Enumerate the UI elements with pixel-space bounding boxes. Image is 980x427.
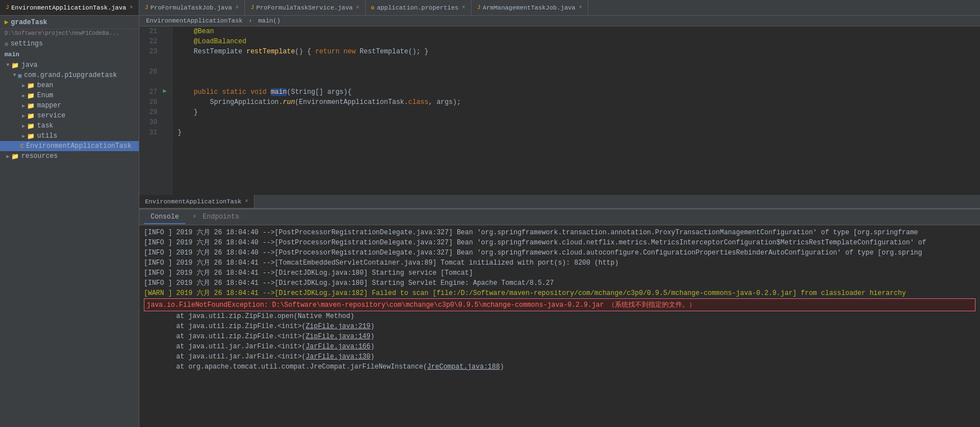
sidebar-item-task[interactable]: ▶ 📁 task: [0, 121, 139, 131]
panel-tab-bar: Console ⚡ Endpoints: [139, 210, 980, 225]
tree-arrow-service: ▶: [20, 113, 27, 119]
sidebar-item-resources[interactable]: ▶ 📁 resources: [0, 151, 139, 161]
folder-icon-utils: 📁: [27, 133, 35, 140]
java-file-icon: J: [6, 4, 9, 11]
log-line-5: [INFO ] 2019 六月 26 18:04:41 -->[DirectJD…: [144, 278, 976, 288]
code-line-26: [178, 67, 976, 77]
endpoints-icon: ⚡: [192, 213, 196, 221]
code-line-blank2: [178, 77, 976, 87]
sidebar-item-service[interactable]: ▶ 📁 service: [0, 111, 139, 121]
log-line-0: [INFO ] 2019 六月 26 18:04:40 -->[PostProc…: [144, 228, 976, 238]
tree-arrow-task: ▶: [20, 123, 27, 129]
bottom-tab-close[interactable]: ×: [245, 198, 248, 205]
java-file-icon-2: J: [251, 4, 254, 11]
tab-close-0[interactable]: ×: [130, 4, 133, 11]
sidebar-item-settings[interactable]: ⚙ settings: [0, 39, 139, 49]
code-content[interactable]: @Bean @LoadBalanced RestTemplate restTem…: [173, 26, 980, 195]
properties-file-icon: ⚙: [371, 4, 375, 11]
log-line-1: [INFO ] 2019 六月 26 18:04:40 -->[PostProc…: [144, 238, 976, 248]
console-output[interactable]: [INFO ] 2019 六月 26 18:04:40 -->[PostProc…: [139, 225, 980, 388]
line-numbers: 21 22 23 26 27 28 29 30 31: [139, 26, 162, 195]
code-line-22: @LoadBalanced: [178, 37, 976, 47]
folder-icon-java: 📁: [11, 62, 19, 69]
log-line-9: at java.util.zip.ZipFile.<init>(ZipFile.…: [144, 321, 976, 331]
log-line-11: at java.util.jar.JarFile.<init>(JarFile.…: [144, 342, 976, 352]
tree-arrow-enum: ▶: [20, 93, 27, 99]
editor-gutter: ▶: [162, 26, 173, 195]
tree-arrow-bean: ▶: [20, 83, 27, 89]
folder-icon-resources: 📁: [11, 153, 19, 160]
java-file-icon-3: J: [477, 4, 480, 11]
log-line-8: at java.util.zip.ZipFile.open(Native Met…: [144, 311, 976, 321]
tree-arrow-java: ▼: [4, 62, 11, 68]
log-line-2: [INFO ] 2019 六月 26 18:04:40 -->[PostProc…: [144, 248, 976, 258]
sidebar-item-java[interactable]: ▼ 📁 java: [0, 60, 139, 70]
log-line-12: at java.util.jar.JarFile.<init>(JarFile.…: [144, 352, 976, 362]
code-line-28: SpringApplication.run(EnvironmentApplica…: [178, 97, 976, 107]
log-line-3: [INFO ] 2019 六月 26 18:04:41 -->[TomcatEm…: [144, 258, 976, 268]
folder-icon-bean: 📁: [27, 82, 35, 89]
project-folder-icon: ▶: [4, 18, 8, 26]
section-main: main: [0, 49, 139, 60]
java-class-icon: C: [20, 143, 24, 149]
folder-icon-enum: 📁: [27, 92, 35, 99]
sidebar-item-bean[interactable]: ▶ 📁 bean: [0, 80, 139, 90]
project-name: gradeTask: [11, 19, 47, 26]
sidebar-item-package[interactable]: ▼ ▣ com.grand.p1upgradetask: [0, 70, 139, 80]
main-area: ▶ gradeTask D:\Software\project\newP1Cod…: [0, 16, 980, 427]
code-editor[interactable]: 21 22 23 26 27 28 29 30 31 ▶ @Bean @Load…: [139, 26, 980, 195]
tab-proformula-taskjob[interactable]: J ProFormulaTaskJob.java ×: [139, 0, 245, 15]
panel-tab-endpoints[interactable]: ⚡ Endpoints: [185, 210, 246, 224]
java-file-icon-1: J: [145, 4, 148, 11]
settings-icon: ⚙: [4, 40, 8, 48]
sidebar-item-utils[interactable]: ▶ 📁 utils: [0, 131, 139, 141]
tab-application-properties[interactable]: ⚙ application.properties ×: [366, 0, 471, 15]
tab-close-3[interactable]: ×: [462, 4, 465, 11]
sidebar-item-main-class[interactable]: C EnvironmentApplicationTask: [0, 141, 139, 151]
editor-area: EnvironmentApplicationTask › main() 21 2…: [139, 16, 980, 427]
folder-icon-task: 📁: [27, 122, 35, 130]
project-sidebar: ▶ gradeTask D:\Software\project\newP1Cod…: [0, 16, 139, 427]
folder-icon-service: 📁: [27, 112, 35, 120]
panel-tab-console[interactable]: Console: [144, 211, 185, 224]
tree-arrow-mapper: ▶: [20, 103, 27, 109]
tab-environment-application-task[interactable]: J EnvironmentApplicationTask.java ×: [0, 0, 139, 15]
code-line-29: }: [178, 107, 976, 117]
bottom-panel: Console ⚡ Endpoints [INFO ] 2019 六月 26 1…: [139, 208, 980, 388]
sidebar-item-enum[interactable]: ▶ 📁 Enum: [0, 90, 139, 101]
package-icon: ▣: [18, 72, 22, 79]
tree-arrow-package: ▼: [11, 72, 18, 78]
folder-icon-mapper: 📁: [27, 102, 35, 110]
tab-arm-management-taskjob[interactable]: J ArmManagementTaskJob.java ×: [471, 0, 588, 15]
log-line-13: at org.apache.tomcat.util.compat.JreComp…: [144, 362, 976, 372]
tree-arrow-resources: ▶: [4, 153, 11, 160]
code-line-21: @Bean: [178, 26, 976, 37]
editor-tab-bar: J EnvironmentApplicationTask.java × J Pr…: [0, 0, 980, 16]
code-line-30: [178, 117, 976, 128]
log-line-error-highlight: java.io.FileNotFoundException: D:\Softwa…: [144, 298, 976, 311]
tree-arrow-utils: ▶: [20, 133, 27, 139]
bottom-file-tab-main[interactable]: EnvironmentApplicationTask ×: [139, 195, 255, 208]
bottom-file-tab-bar: EnvironmentApplicationTask ×: [139, 195, 980, 208]
run-line-icon[interactable]: ▶: [163, 87, 167, 94]
tab-close-2[interactable]: ×: [356, 4, 360, 11]
tab-close-1[interactable]: ×: [235, 4, 239, 11]
breadcrumb: EnvironmentApplicationTask › main(): [139, 16, 980, 26]
code-line-31: }: [178, 128, 976, 138]
project-path: D:\Software\project\newP1CodeBa...: [0, 29, 139, 39]
tab-close-4[interactable]: ×: [579, 4, 582, 11]
log-line-10: at java.util.zip.ZipFile.<init>(ZipFile.…: [144, 331, 976, 342]
sidebar-item-mapper[interactable]: ▶ 📁 mapper: [0, 101, 139, 111]
tab-proformula-taskservice[interactable]: J ProFormulaTaskService.java ×: [245, 0, 366, 15]
code-line-23: RestTemplate restTemplate() { return new…: [178, 47, 976, 57]
code-line-blank1: [178, 57, 976, 67]
log-line-6: [WARN ] 2019 六月 26 18:04:41 -->[DirectJD…: [144, 288, 976, 298]
log-line-4: [INFO ] 2019 六月 26 18:04:41 -->[DirectJD…: [144, 268, 976, 278]
code-line-27: public static void main(String[] args){: [178, 87, 976, 97]
